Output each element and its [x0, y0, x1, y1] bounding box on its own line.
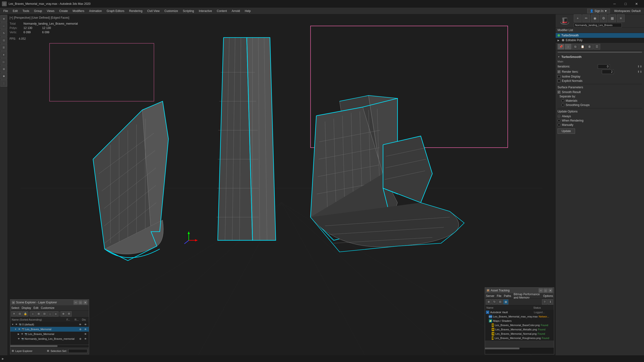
- tree-expand-2[interactable]: ▶: [17, 333, 20, 336]
- menu-tools[interactable]: Tools: [20, 8, 32, 14]
- at-row-metallic[interactable]: 🖼 Les_Braves_Memorial_Metallic.png Found: [485, 327, 554, 332]
- at-scrollbar-thumb[interactable]: [485, 348, 520, 349]
- se-tool-add[interactable]: +: [30, 311, 36, 317]
- sidebar-icon-2[interactable]: ↔: [0, 22, 7, 29]
- modifier-tool-copy[interactable]: ⧉: [572, 44, 578, 49]
- se-menu-display[interactable]: Display: [22, 306, 31, 310]
- se-tool-lock[interactable]: 🔒: [23, 311, 28, 317]
- sidebar-icon-6[interactable]: ♦: [0, 51, 7, 58]
- at-row-max[interactable]: MAX Les_Braves_Memorial_max_vray.max Net…: [485, 314, 554, 319]
- modifier-turbosmooth[interactable]: TurboSmooth: [556, 33, 644, 38]
- scene-explorer-minimize[interactable]: ─: [74, 300, 78, 305]
- manually-radio[interactable]: [558, 123, 560, 126]
- menu-civil-view[interactable]: Civil View: [145, 8, 162, 14]
- tree-expand-0[interactable]: ▼: [11, 323, 14, 326]
- at-tool-4[interactable]: ▦: [503, 299, 508, 305]
- modifier-tool-settings[interactable]: ☰: [594, 44, 600, 49]
- at-tool-1[interactable]: ⊕: [486, 299, 491, 305]
- menu-content[interactable]: Content: [214, 8, 229, 14]
- se-menu-edit[interactable]: Edit: [34, 306, 38, 310]
- tree-row-0[interactable]: ▼ 👁 📷 0 (default) 👁 👁: [10, 322, 89, 327]
- at-scrollbar[interactable]: [485, 348, 554, 349]
- se-tool-list[interactable]: ≡: [53, 311, 58, 317]
- maximize-button[interactable]: □: [620, 0, 631, 8]
- se-tool-sort[interactable]: ↕: [48, 311, 53, 317]
- at-menu-file[interactable]: File: [497, 294, 501, 298]
- menu-help[interactable]: Help: [242, 8, 253, 14]
- se-menu-select[interactable]: Select: [11, 306, 19, 310]
- render-iters-checkbox[interactable]: [558, 70, 560, 73]
- menu-arnold[interactable]: Arnold: [229, 8, 242, 14]
- menu-scripting[interactable]: Scripting: [180, 8, 196, 14]
- se-tool-filter[interactable]: ⊟: [17, 311, 22, 317]
- at-menu-options[interactable]: Options: [543, 294, 553, 298]
- at-row-basecolor[interactable]: 🖼 Les_Braves_Memorial_BaseColor.png Foun…: [485, 323, 554, 327]
- iterations-spinner[interactable]: ⬆⬇: [637, 65, 642, 68]
- sidebar-icon-10[interactable]: ⋮: [0, 80, 7, 87]
- modifier-tool-pin[interactable]: 📌: [558, 44, 564, 49]
- menu-edit[interactable]: Edit: [10, 8, 20, 14]
- sidebar-icon-3[interactable]: ↻: [0, 30, 7, 36]
- tree-expand-1[interactable]: ▼: [14, 328, 17, 331]
- at-tool-2[interactable]: ↻: [492, 299, 497, 305]
- panel-icon-list[interactable]: ≡: [617, 14, 624, 22]
- at-tool-info[interactable]: ℹ: [548, 299, 553, 305]
- panel-icon-grid[interactable]: ▦: [608, 14, 616, 22]
- selection-set-input[interactable]: [68, 349, 88, 353]
- signin-button[interactable]: 👤 Sign In ▼: [587, 8, 610, 13]
- se-menu-customize[interactable]: Customize: [41, 306, 54, 310]
- modifier-tool-paste[interactable]: 📋: [579, 44, 586, 49]
- at-row-vault[interactable]: V Autodesk Vault Logged...: [485, 310, 554, 314]
- asset-tracking-close[interactable]: ✕: [548, 288, 552, 293]
- tree-row-3[interactable]: 👁 📷 Normandy_landing_Les_Braves_memorial…: [10, 337, 89, 341]
- asset-tracking-minimize[interactable]: ─: [538, 288, 543, 293]
- panel-icon-circle[interactable]: ◉: [591, 14, 599, 22]
- always-radio[interactable]: [558, 115, 560, 118]
- modifier-tool-move[interactable]: ↕: [565, 44, 572, 49]
- sidebar-icon-8[interactable]: ⊞: [0, 65, 7, 72]
- panel-icon-plus[interactable]: +: [574, 14, 582, 22]
- close-button[interactable]: ✕: [631, 0, 642, 8]
- menu-views[interactable]: Views: [44, 8, 57, 14]
- sidebar-icon-4[interactable]: ⊡: [0, 37, 7, 43]
- at-row-roughness[interactable]: 🖼 Les_Braves_Memorial_Roughness.png Foun…: [485, 336, 554, 340]
- tree-row-1[interactable]: ▼ 👁 📷 Les_Braves_Memorial ⚙ 👁: [10, 327, 89, 332]
- render-iters-input[interactable]: [602, 70, 614, 74]
- menu-rendering[interactable]: Rendering: [127, 8, 145, 14]
- at-menu-server[interactable]: Server: [486, 294, 494, 298]
- se-tool-layers[interactable]: ⊕: [60, 311, 66, 317]
- scene-explorer-restore[interactable]: □: [78, 300, 83, 305]
- sidebar-icon-7[interactable]: ▷: [0, 58, 7, 65]
- at-menu-paths[interactable]: Paths: [504, 294, 511, 298]
- at-menu-bitmap[interactable]: Bitmap Performance and Memory: [514, 293, 540, 299]
- se-scrollbar[interactable]: [10, 345, 89, 347]
- se-tool-options[interactable]: ⚙: [66, 311, 72, 317]
- turbosmooth-collapse-arrow[interactable]: ▼: [558, 55, 560, 58]
- smooth-result-checkbox[interactable]: [558, 91, 560, 93]
- modifier-editable-poly[interactable]: ▶ Editable Poly: [556, 38, 644, 42]
- se-scrollbar-thumb[interactable]: [10, 345, 58, 347]
- update-button[interactable]: Update: [558, 128, 575, 134]
- se-tool-expand[interactable]: ⊞: [36, 311, 41, 317]
- tree-row-2[interactable]: ▶ 👁 📷 Les_Braves_Memorial 👁: [10, 332, 89, 337]
- viewport-area[interactable]: [+] [Perspective] [User Defined] [Edged …: [8, 14, 556, 362]
- minimize-button[interactable]: ─: [609, 0, 620, 8]
- isoline-checkbox[interactable]: [558, 75, 560, 78]
- sidebar-icon-1[interactable]: ⊕: [0, 15, 7, 22]
- at-tool-help[interactable]: ?: [542, 299, 547, 305]
- at-tool-3[interactable]: ⊟: [498, 299, 503, 305]
- menu-file[interactable]: File: [1, 8, 10, 14]
- sidebar-icon-9[interactable]: ✱: [0, 73, 7, 79]
- menu-interactive[interactable]: Interactive: [196, 8, 214, 14]
- explicit-normals-checkbox[interactable]: [558, 79, 560, 82]
- menu-create[interactable]: Create: [57, 8, 70, 14]
- menu-modifiers[interactable]: Modifiers: [70, 8, 87, 14]
- materials-radio[interactable]: [561, 99, 564, 102]
- panel-icon-gear[interactable]: ⚙: [600, 14, 607, 22]
- menu-graph-editors[interactable]: Graph Editors: [104, 8, 127, 14]
- panel-icon-pen[interactable]: ✏: [582, 14, 590, 22]
- se-tool-collapse[interactable]: ⊟: [42, 311, 47, 317]
- scene-explorer-close[interactable]: ✕: [83, 300, 88, 305]
- menu-customize[interactable]: Customize: [162, 8, 180, 14]
- panel-resize-handle[interactable]: [558, 52, 642, 53]
